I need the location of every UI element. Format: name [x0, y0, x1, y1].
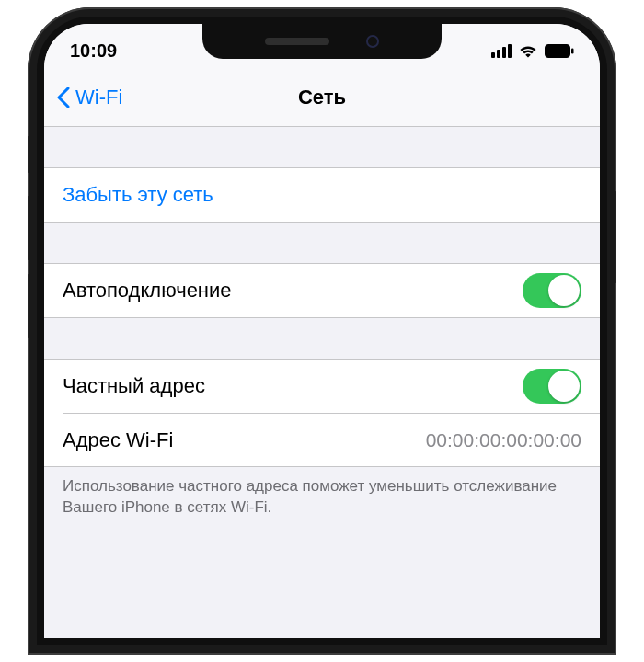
auto-join-label: Автоподключение	[63, 279, 232, 302]
private-address-label: Частный адрес	[63, 374, 205, 398]
wifi-address-value: 00:00:00:00:00:00	[426, 429, 581, 451]
nav-bar: Wi-Fi Сеть	[44, 68, 600, 127]
back-button[interactable]: Wi-Fi	[57, 86, 122, 109]
chevron-left-icon	[57, 87, 70, 108]
cellular-icon	[491, 44, 512, 58]
wifi-icon	[518, 43, 538, 58]
battery-icon	[545, 44, 574, 58]
forget-network-button[interactable]: Забыть эту сеть	[44, 168, 600, 222]
svg-rect-2	[571, 48, 574, 53]
private-address-row: Частный адрес	[44, 360, 600, 413]
forget-network-label: Забыть эту сеть	[63, 183, 213, 207]
auto-join-switch[interactable]	[523, 273, 581, 308]
auto-join-row: Автоподключение	[44, 264, 600, 317]
status-time: 10:09	[70, 40, 117, 62]
private-address-switch[interactable]	[523, 369, 581, 404]
wifi-address-row: Адрес Wi-Fi 00:00:00:00:00:00	[63, 413, 600, 466]
wifi-address-label: Адрес Wi-Fi	[63, 428, 173, 452]
page-title: Сеть	[298, 86, 346, 109]
svg-rect-1	[546, 46, 569, 56]
back-label: Wi-Fi	[75, 86, 122, 109]
private-address-footer: Использование частного адреса поможет ум…	[44, 467, 600, 519]
